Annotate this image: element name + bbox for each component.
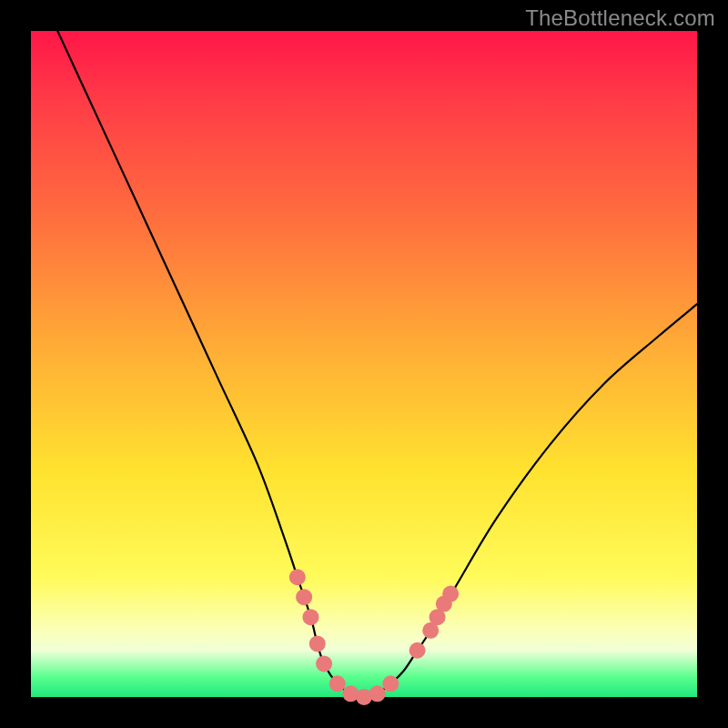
highlight-dot: [296, 589, 312, 605]
chart-svg: [31, 31, 697, 697]
chart-frame: TheBottleneck.com: [0, 0, 728, 728]
bottleneck-curve: [57, 31, 697, 697]
highlight-dot: [382, 675, 399, 692]
highlight-dot: [369, 685, 386, 702]
highlight-dot: [329, 675, 346, 692]
highlight-dot: [410, 642, 426, 659]
highlight-dots-group: [289, 569, 459, 705]
highlight-dot: [442, 586, 459, 602]
plot-area: [31, 31, 697, 697]
watermark-label: TheBottleneck.com: [525, 5, 715, 31]
highlight-dot: [289, 569, 306, 585]
highlight-dot: [316, 655, 332, 672]
highlight-dot: [302, 609, 318, 625]
highlight-dot: [309, 635, 326, 652]
